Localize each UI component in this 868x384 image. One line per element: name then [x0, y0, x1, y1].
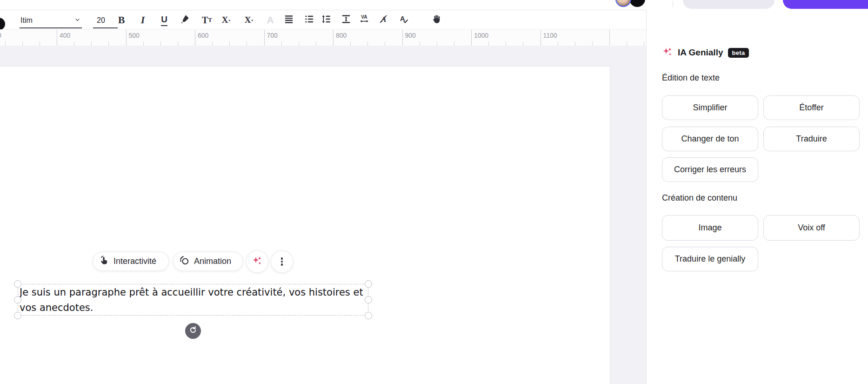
- kebab-menu-icon: [281, 256, 283, 267]
- ai-panel-header: IA Genially beta: [662, 46, 749, 59]
- bold-button[interactable]: B: [114, 13, 129, 27]
- handle-middle-right[interactable]: [365, 296, 372, 303]
- collaborator-avatar[interactable]: [629, 0, 645, 7]
- rotate-handle[interactable]: [185, 323, 201, 339]
- section-title-text-editing: Édition de texte: [662, 73, 720, 83]
- voiceover-button[interactable]: Voix off: [763, 215, 860, 241]
- letter-spacing-icon: VA: [359, 14, 369, 26]
- present-button[interactable]: [783, 0, 868, 9]
- subscript-button[interactable]: X▪: [241, 13, 256, 27]
- image-button[interactable]: Image: [662, 215, 758, 241]
- slide-page[interactable]: [0, 66, 610, 384]
- translate-button[interactable]: Traduire: [763, 127, 860, 151]
- click-hand-icon: [99, 255, 109, 268]
- ai-assistant-button[interactable]: [246, 250, 268, 273]
- font-size-value: 20: [97, 16, 105, 25]
- ruler: 30040050060070080090010001100: [0, 29, 646, 46]
- fix-errors-button[interactable]: Corriger les erreurs: [662, 157, 758, 182]
- handle-bottom-left[interactable]: [14, 312, 21, 319]
- animation-label: Animation: [194, 256, 231, 266]
- more-options-button[interactable]: [271, 250, 293, 273]
- section-title-content-creation: Création de contenu: [662, 193, 737, 203]
- animation-button[interactable]: Animation: [173, 252, 243, 271]
- handle-bottom-right[interactable]: [365, 312, 372, 319]
- text-effects-button-disabled: A: [263, 13, 278, 27]
- interactivity-button[interactable]: Interactivité: [93, 252, 169, 271]
- chevron-down-icon: [74, 16, 81, 25]
- highlighter-icon: [180, 14, 190, 26]
- canvas-area[interactable]: Interactivité Animation Je suis un parag…: [0, 46, 646, 384]
- expand-button[interactable]: Étoffer: [763, 95, 860, 120]
- beta-badge: beta: [728, 48, 749, 58]
- text-element[interactable]: Je suis un paragraphe prêt à accueillir …: [20, 285, 371, 316]
- ai-panel-title: IA Genially: [678, 47, 723, 58]
- simplify-button[interactable]: Simplifier: [662, 95, 758, 120]
- ai-panel: IA Genially beta Édition de texte Simpli…: [646, 10, 868, 384]
- hand-icon: [431, 14, 441, 26]
- pan-tool-button[interactable]: [429, 13, 444, 27]
- translate-genially-button[interactable]: Traduire le genially: [662, 247, 758, 271]
- topbar-divider: [673, 1, 673, 7]
- rotate-icon: [188, 325, 198, 337]
- line-spacing-button[interactable]: [319, 13, 334, 27]
- spellcheck-icon: A: [399, 14, 409, 26]
- justify-button[interactable]: [281, 13, 296, 27]
- justify-icon: [284, 14, 294, 26]
- share-button[interactable]: [683, 0, 775, 9]
- spellcheck-button[interactable]: A: [396, 13, 411, 27]
- clear-format-icon: A: [378, 14, 388, 26]
- animation-icon: [179, 255, 190, 268]
- genially-editor: Itim 20 B I U TT X▪ X▪ A: [0, 0, 868, 384]
- user-avatar[interactable]: [615, 0, 631, 7]
- handle-top-right[interactable]: [365, 280, 372, 288]
- handle-middle-left[interactable]: [14, 296, 21, 303]
- font-family-select[interactable]: Itim: [20, 13, 82, 28]
- letter-spacing-button[interactable]: VA: [357, 13, 372, 27]
- superscript-button[interactable]: X▪: [219, 13, 234, 27]
- bullet-list-icon: [304, 14, 314, 26]
- bullet-list-button[interactable]: [302, 13, 317, 27]
- font-family-value: Itim: [20, 16, 33, 25]
- handle-top-left[interactable]: [14, 280, 21, 288]
- clear-format-button[interactable]: A: [376, 13, 391, 27]
- text-color-swatch[interactable]: [0, 18, 5, 30]
- italic-button[interactable]: I: [135, 13, 150, 27]
- highlighter-button[interactable]: [177, 13, 192, 27]
- text-case-button[interactable]: TT: [200, 13, 214, 27]
- underline-button[interactable]: U: [157, 13, 172, 27]
- interactivity-label: Interactivité: [114, 256, 156, 266]
- vertical-align-icon: [341, 14, 351, 26]
- vertical-align-button[interactable]: [339, 13, 354, 27]
- top-bar: [0, 0, 868, 10]
- line-spacing-icon: [321, 14, 331, 26]
- change-tone-button[interactable]: Changer de ton: [662, 127, 758, 151]
- sparkles-icon: [252, 255, 263, 268]
- sparkles-icon: [662, 46, 673, 59]
- svg-text:VA: VA: [361, 14, 367, 20]
